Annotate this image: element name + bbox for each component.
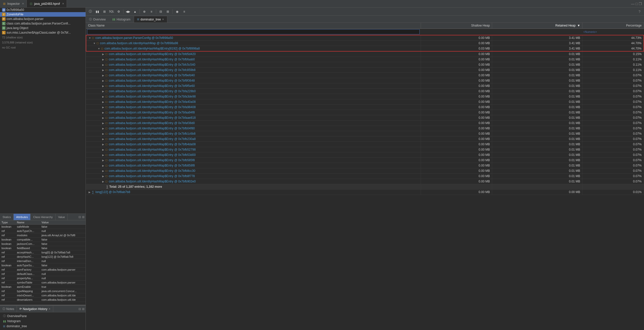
expand-btn[interactable]: ▶ (102, 122, 105, 125)
table-row[interactable]: ▼ □ com.alibaba.fastjson.parser.ParserCo… (86, 35, 644, 41)
expand-btn[interactable]: ▶ (102, 180, 105, 183)
table-row[interactable]: ▶ □ com.alibaba.fastjson.util.IdentityHa… (86, 168, 644, 174)
nav-item-overview[interactable]: ⓘ OverviewPane (2, 313, 84, 319)
table-row[interactable]: ∑ Total: 25 of 1,187 entries; 1,162 more (86, 184, 644, 190)
class-item-1[interactable]: C class com.alibaba.fastjson.parser.Pars… (0, 21, 86, 26)
search-classname-input[interactable] (87, 29, 420, 34)
col-shallow-heap[interactable]: Shallow Heap (421, 23, 492, 29)
tab-statics[interactable]: Statics (0, 214, 14, 220)
expand-btn[interactable]: ▶ (102, 69, 105, 72)
tab-nav-history[interactable]: ⟳ Navigation History ✕ (17, 306, 53, 312)
search-pct-cell[interactable]: <Numeric> (582, 29, 644, 35)
expand-btn[interactable]: ▶ (102, 175, 105, 178)
col-percentage[interactable]: Percentage (582, 23, 644, 29)
table-row[interactable]: ▶ □ com.alibaba.fastjson.util.IdentityHa… (86, 110, 644, 115)
table-row[interactable]: ▼ □ com.alibaba.fastjson.util.IdentityHa… (86, 41, 644, 46)
toolbar-btn-grid[interactable]: ⊞ (101, 9, 108, 14)
nav-item-dominator[interactable]: ⊞ dominator_tree (2, 324, 84, 329)
table-row[interactable]: ▶ □ com.alibaba.fastjson.util.IdentityHa… (86, 115, 644, 121)
table-row[interactable]: ▶ □ com.alibaba.fastjson.util.IdentityHa… (86, 174, 644, 179)
nav-close-icon[interactable]: ✕ (48, 308, 50, 310)
expand-btn[interactable]: ▶ (102, 85, 105, 88)
table-row[interactable]: ▶ □ com.alibaba.fastjson.util.IdentityHa… (86, 163, 644, 168)
data-table-container[interactable]: Class Name Shallow Heap Retained Heap ▼ … (86, 23, 644, 330)
tab-heap-close[interactable]: ✕ (62, 2, 64, 5)
expand-btn[interactable]: ▶ (102, 53, 105, 56)
table-row[interactable]: ▶ □ com.alibaba.fastjson.util.IdentityHa… (86, 126, 644, 131)
expand-btn[interactable]: ▶ (102, 148, 105, 151)
table-row[interactable]: ▶ ∑ long[122] @ 0x7bf8ab7b8 0.00 MB 0.00… (86, 190, 644, 195)
table-row[interactable]: ▶ □ com.alibaba.fastjson.util.IdentityHa… (86, 57, 644, 62)
expand-btn[interactable]: ▶ (102, 116, 105, 120)
dominator-tab-close[interactable]: ✕ (162, 18, 164, 21)
tab-dominator[interactable]: ⊞ dominator_tree ✕ (134, 16, 168, 22)
tab-histogram[interactable]: ▮▮ Histogram (109, 16, 134, 22)
expand-btn[interactable]: ▶ (102, 159, 105, 162)
attr-icon-2[interactable]: ⊞ (82, 215, 85, 219)
tab-heap[interactable]: ⊡ java_pid2483.hprof ✕ (27, 0, 67, 7)
class-item-3[interactable]: L sun.misc.Launcher$AppClassLoader @ 0x7… (0, 30, 86, 35)
toolbar-btn-up[interactable]: ▲ (132, 9, 138, 14)
toolbar-btn-menu[interactable]: ≡ (181, 9, 187, 14)
table-row[interactable]: ▶ □ com.alibaba.fastjson.util.IdentityHa… (86, 142, 644, 147)
minimize-btn[interactable]: — (631, 2, 635, 6)
table-row[interactable]: ▶ □ com.alibaba.fastjson.util.IdentityHa… (86, 67, 644, 73)
table-row[interactable]: ▶ □ com.alibaba.fastjson.util.IdentityHa… (86, 179, 644, 184)
expand-btn[interactable]: ▶ (102, 101, 105, 104)
expand-btn[interactable]: ▶ (102, 138, 105, 141)
toolbar-btn-sql[interactable]: SQL (109, 9, 115, 14)
expand-btn[interactable]: ▶ (102, 170, 105, 173)
search-classname-cell[interactable] (86, 29, 421, 35)
expand-btn[interactable]: ▶ (102, 143, 105, 146)
toolbar-btn-add[interactable]: ⊕ (141, 9, 147, 14)
toolbar-btn-bar[interactable]: ▮▮ (94, 9, 100, 14)
bottom-icon-1[interactable]: ⊟ (78, 307, 81, 311)
table-row[interactable]: ▶ □ com.alibaba.fastjson.util.IdentityHa… (86, 51, 644, 57)
expand-btn[interactable]: ▶ (102, 164, 105, 167)
package-item[interactable]: P com.alibaba.fastjson.parser (0, 17, 86, 21)
expand-btn[interactable]: ▶ (102, 132, 105, 135)
col-retained-heap[interactable]: Retained Heap ▼ (492, 23, 582, 29)
expand-btn[interactable]: ▶ (88, 191, 91, 194)
table-row[interactable]: ▶ □ com.alibaba.fastjson.util.IdentityHa… (86, 89, 644, 94)
table-row[interactable]: ▶ □ com.alibaba.fastjson.util.IdentityHa… (86, 83, 644, 89)
bottom-icon-2[interactable]: ⊞ (82, 307, 85, 311)
toolbar-btn-list[interactable]: ≡ (148, 9, 154, 14)
table-row[interactable]: ▶ □ com.alibaba.fastjson.util.IdentityHa… (86, 131, 644, 136)
attr-icon-1[interactable]: ⊟ (78, 215, 81, 219)
tab-inspector-close[interactable]: ✕ (22, 2, 24, 5)
maximize-btn[interactable]: □ (636, 2, 638, 6)
address-item[interactable]: @ 0x7bf898a50 (0, 8, 86, 12)
class-item-2[interactable]: O java.lang.Object (0, 26, 86, 30)
table-row[interactable]: ▶ □ com.alibaba.fastjson.util.IdentityHa… (86, 121, 644, 126)
expand-btn[interactable]: ▶ (102, 111, 105, 114)
expand-btn[interactable]: ▶ (102, 127, 105, 130)
expand-btn[interactable]: ▶ (102, 79, 105, 82)
help-icon[interactable]: ? (638, 10, 642, 14)
expand-btn[interactable]: ▶ (102, 58, 105, 61)
tab-class-hierarchy[interactable]: Class Hierarchy (31, 214, 56, 220)
tab-attributes[interactable]: Attributes (14, 214, 31, 220)
tab-inspector[interactable]: ⊞ Inspector ✕ (0, 0, 27, 7)
toolbar-btn-nav[interactable]: ◀▶ (125, 9, 131, 14)
table-row[interactable]: ▶ □ com.alibaba.fastjson.util.IdentityHa… (86, 78, 644, 83)
tab-value[interactable]: Value (56, 214, 68, 220)
table-row[interactable]: ▶ □ com.alibaba.fastjson.util.IdentityHa… (86, 62, 644, 67)
col-class-name[interactable]: Class Name (86, 23, 421, 29)
expand-btn[interactable]: ▶ (102, 74, 105, 77)
expand-btn[interactable]: ▶ (102, 63, 105, 66)
nav-item-histogram[interactable]: ▮▮ histogram (2, 319, 84, 324)
table-row[interactable]: ▶ □ com.alibaba.fastjson.util.IdentityHa… (86, 147, 644, 152)
table-row[interactable]: ▶ □ com.alibaba.fastjson.util.IdentityHa… (86, 158, 644, 163)
expand-btn[interactable]: ▶ (102, 95, 105, 98)
table-row[interactable]: ▼ □ com.alibaba.fastjson.util.IdentityHa… (86, 46, 644, 52)
expand-btn[interactable]: ▼ (88, 37, 91, 40)
toolbar-btn-gear[interactable]: ⚙ (116, 9, 122, 14)
tab-overview[interactable]: ⓘ Overview (86, 16, 109, 22)
expand-btn[interactable]: ▶ (102, 106, 105, 109)
restore-btn[interactable]: ❐ (639, 2, 642, 6)
table-row[interactable]: ▶ □ com.alibaba.fastjson.util.IdentityHa… (86, 94, 644, 99)
table-row[interactable]: ▶ □ com.alibaba.fastjson.util.IdentityHa… (86, 152, 644, 158)
toolbar-btn-minus[interactable]: ⊟ (158, 9, 164, 14)
table-row[interactable]: ▶ □ com.alibaba.fastjson.util.IdentityHa… (86, 73, 644, 78)
